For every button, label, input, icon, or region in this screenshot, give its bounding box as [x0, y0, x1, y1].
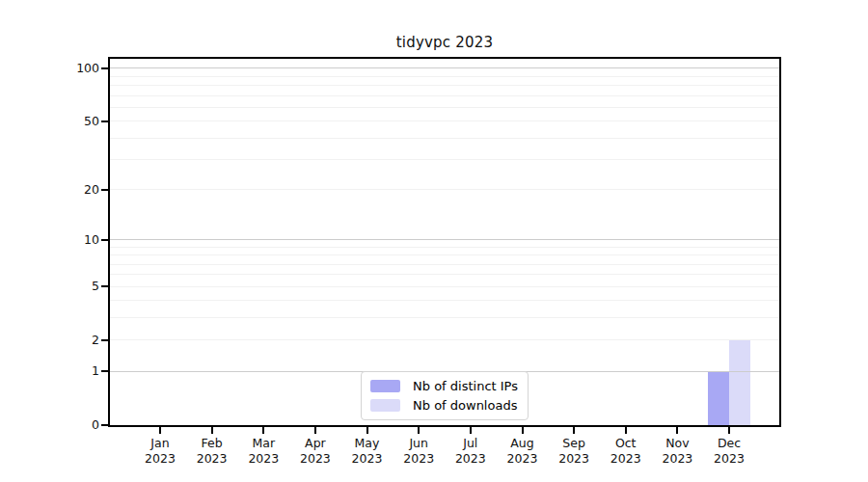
- gridline-minor: [110, 247, 779, 248]
- gridline-minor: [110, 286, 779, 287]
- gridline-minor: [110, 254, 779, 255]
- x-tick: [262, 427, 264, 434]
- x-tick-label: Sep2023: [558, 436, 589, 467]
- x-tick-label: Nov2023: [662, 436, 692, 467]
- x-tick: [211, 427, 213, 434]
- x-tick-year: 2023: [248, 451, 279, 467]
- y-tick: [101, 370, 108, 372]
- chart-figure: tidyvpc 2023 Nb of distinct IPs Nb of do…: [0, 0, 868, 482]
- gridline-minor: [110, 76, 779, 77]
- y-tick-label: 2: [92, 333, 99, 347]
- x-tick-year: 2023: [507, 451, 538, 467]
- x-tick-month: Nov: [662, 436, 692, 451]
- gridline-minor: [110, 107, 779, 108]
- x-tick-month: Apr: [300, 436, 331, 451]
- gridline-minor: [110, 339, 779, 340]
- gridline-minor: [110, 95, 779, 96]
- legend-item-distinct-ips: Nb of distinct IPs: [370, 379, 518, 393]
- x-tick: [625, 427, 627, 434]
- gridline-major: [110, 239, 779, 241]
- legend-label-distinct-ips: Nb of distinct IPs: [413, 379, 518, 393]
- bar-downloads: [729, 340, 750, 425]
- plot-area: Nb of distinct IPs Nb of downloads 01251…: [108, 57, 781, 427]
- x-tick: [470, 427, 472, 434]
- x-tick-year: 2023: [558, 451, 589, 467]
- y-tick-label: 1: [92, 363, 99, 378]
- gridline-minor: [110, 138, 779, 139]
- legend-swatch-distinct-ips-icon: [370, 380, 400, 392]
- x-tick-year: 2023: [352, 451, 383, 467]
- gridline-minor: [110, 85, 779, 86]
- gridline-minor: [110, 300, 779, 301]
- x-tick-month: Jul: [455, 436, 486, 451]
- x-tick-month: Dec: [714, 436, 745, 451]
- y-tick: [101, 189, 108, 191]
- gridline-minor: [110, 274, 779, 275]
- y-tick-label: 20: [84, 182, 99, 197]
- x-tick-month: Mar: [248, 436, 279, 451]
- x-tick-year: 2023: [145, 451, 176, 467]
- gridline-minor: [110, 159, 779, 160]
- x-tick-year: 2023: [714, 451, 745, 467]
- x-tick-month: Oct: [610, 436, 641, 451]
- x-tick-label: May2023: [352, 436, 383, 467]
- x-tick: [573, 427, 575, 434]
- x-tick: [728, 427, 730, 434]
- x-tick-month: Jan: [145, 436, 176, 451]
- gridline-minor: [110, 317, 779, 318]
- y-tick-label: 50: [84, 114, 99, 128]
- y-tick-label: 0: [92, 417, 99, 432]
- legend-swatch-downloads-icon: [370, 399, 400, 412]
- gridline-minor: [110, 264, 779, 265]
- x-tick-year: 2023: [197, 451, 228, 467]
- x-tick-label: Jun2023: [403, 436, 434, 467]
- gridline-minor: [110, 120, 779, 121]
- y-tick-label: 10: [84, 232, 99, 247]
- legend-item-downloads: Nb of downloads: [370, 398, 518, 413]
- x-tick: [522, 427, 524, 434]
- x-tick-month: May: [352, 436, 383, 451]
- gridline-major: [110, 67, 779, 69]
- x-tick-year: 2023: [662, 451, 692, 467]
- legend: Nb of distinct IPs Nb of downloads: [361, 371, 529, 420]
- y-tick: [101, 120, 108, 122]
- y-tick-label: 100: [76, 61, 99, 75]
- legend-label-downloads: Nb of downloads: [413, 398, 517, 413]
- gridline-minor: [110, 189, 779, 190]
- x-tick-label: Jul2023: [455, 436, 486, 467]
- x-tick-label: Mar2023: [248, 436, 279, 467]
- x-tick-month: Sep: [558, 436, 589, 451]
- y-tick: [101, 339, 108, 341]
- x-tick-label: Aug2023: [507, 436, 538, 467]
- x-tick: [418, 427, 420, 434]
- x-tick-year: 2023: [403, 451, 434, 467]
- x-tick: [314, 427, 316, 434]
- x-tick-label: Apr2023: [300, 436, 331, 467]
- bar-distinct-ips: [708, 371, 729, 425]
- x-tick: [676, 427, 678, 434]
- y-tick: [101, 67, 108, 69]
- x-tick-label: Feb2023: [197, 436, 228, 467]
- y-tick: [101, 239, 108, 241]
- y-tick: [101, 424, 108, 426]
- x-tick-year: 2023: [455, 451, 486, 467]
- x-tick-label: Jan2023: [145, 436, 176, 467]
- x-tick-label: Dec2023: [714, 436, 745, 467]
- x-tick-year: 2023: [300, 451, 331, 467]
- x-tick-label: Oct2023: [610, 436, 641, 467]
- x-tick-month: Feb: [197, 436, 228, 451]
- x-tick-year: 2023: [610, 451, 641, 467]
- y-tick-label: 5: [92, 279, 99, 293]
- x-tick-month: Jun: [403, 436, 434, 451]
- x-tick: [159, 427, 161, 434]
- chart-title: tidyvpc 2023: [108, 34, 781, 51]
- y-tick: [101, 285, 108, 287]
- x-tick-month: Aug: [507, 436, 538, 451]
- x-tick: [366, 427, 368, 434]
